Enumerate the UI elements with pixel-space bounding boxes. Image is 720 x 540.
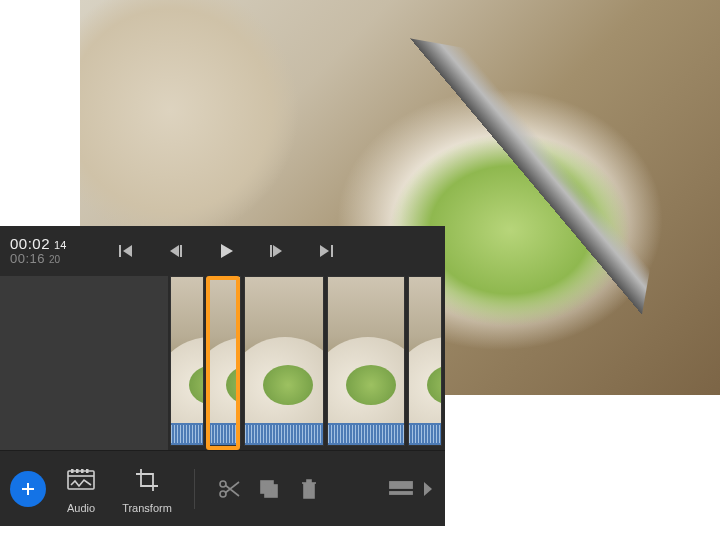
svg-marker-1: [123, 245, 132, 257]
svg-rect-13: [71, 469, 74, 473]
bottom-toolbar: Audio Transform: [0, 450, 445, 526]
svg-rect-3: [180, 245, 182, 257]
svg-marker-7: [320, 245, 329, 257]
clip-strip: [168, 276, 444, 446]
transform-tool[interactable]: Transform: [114, 463, 180, 514]
svg-point-18: [220, 481, 226, 487]
timecode-block: 00:02 14 00:16 20: [10, 236, 105, 267]
timeline-view-button[interactable]: [381, 471, 421, 507]
timeline-leading-space: [0, 276, 168, 450]
current-frames: 14: [54, 239, 66, 251]
audio-label: Audio: [67, 502, 95, 514]
svg-rect-26: [390, 492, 412, 494]
go-to-start-button[interactable]: [115, 240, 137, 262]
timeline-clip[interactable]: [327, 276, 405, 446]
svg-rect-8: [331, 245, 333, 257]
svg-rect-10: [22, 488, 34, 490]
timeline-clip[interactable]: [207, 276, 241, 446]
transform-label: Transform: [122, 502, 172, 514]
toolbar-divider: [194, 469, 195, 509]
timeline-clip[interactable]: [244, 276, 324, 446]
duration-timecode: 00:16: [10, 252, 45, 266]
svg-rect-16: [86, 469, 89, 473]
play-button[interactable]: [215, 240, 237, 262]
svg-rect-15: [81, 469, 84, 473]
svg-marker-4: [221, 244, 233, 258]
current-timecode: 00:02: [10, 236, 50, 253]
svg-rect-0: [119, 245, 121, 257]
delete-button[interactable]: [289, 471, 329, 507]
duplicate-button[interactable]: [249, 471, 289, 507]
go-to-end-button[interactable]: [315, 240, 337, 262]
video-editor-panel: 00:02 14 00:16 20: [0, 226, 445, 526]
svg-marker-2: [170, 245, 179, 257]
step-forward-button[interactable]: [265, 240, 287, 262]
step-back-button[interactable]: [165, 240, 187, 262]
split-clip-button[interactable]: [209, 471, 249, 507]
duration-frames: 20: [49, 254, 60, 265]
svg-marker-27: [424, 482, 432, 496]
audio-tool[interactable]: Audio: [48, 463, 114, 514]
svg-point-17: [220, 491, 226, 497]
svg-rect-25: [390, 482, 412, 488]
svg-rect-11: [68, 471, 94, 489]
crop-icon: [130, 463, 164, 497]
timeline-clip[interactable]: [170, 276, 204, 446]
svg-rect-5: [270, 245, 272, 257]
timeline[interactable]: [0, 272, 445, 450]
more-forward-icon[interactable]: [421, 471, 435, 507]
add-button[interactable]: [10, 471, 46, 507]
transport-controls: [115, 240, 337, 262]
svg-rect-14: [76, 469, 79, 473]
timeline-clip[interactable]: [408, 276, 442, 446]
transport-bar: 00:02 14 00:16 20: [0, 226, 445, 272]
svg-marker-6: [273, 245, 282, 257]
audio-icon: [64, 463, 98, 497]
